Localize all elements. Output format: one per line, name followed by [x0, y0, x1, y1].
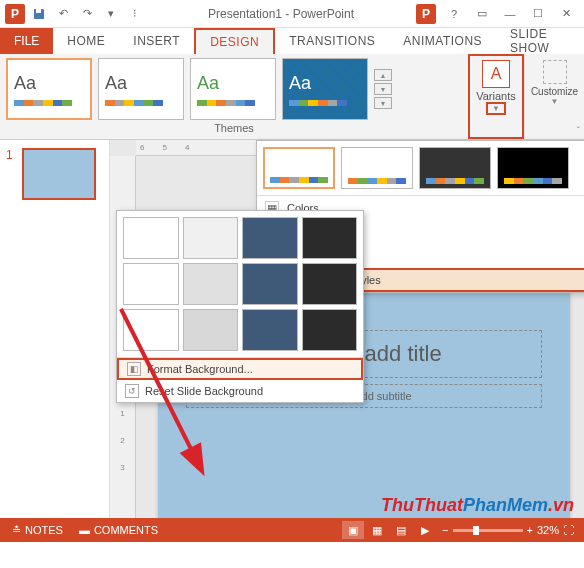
- ribbon-tabs: FILE HOME INSERT DESIGN TRANSITIONS ANIM…: [0, 28, 584, 54]
- maximize-button[interactable]: ☐: [526, 2, 550, 26]
- window-controls: ? ▭ — ☐ ✕: [442, 2, 584, 26]
- slide-thumbnail-panel: 1: [0, 140, 110, 532]
- notes-icon: ≛: [12, 524, 21, 537]
- zoom-out-button[interactable]: −: [442, 524, 448, 536]
- variant-4[interactable]: [497, 147, 569, 189]
- undo-button[interactable]: ↶: [52, 3, 74, 25]
- close-button[interactable]: ✕: [554, 2, 578, 26]
- format-bg-icon: ◧: [127, 362, 141, 376]
- themes-group: Aa Aa Aa Aa ▴ ▾ ▾ Themes: [0, 54, 468, 139]
- background-styles-flyout: ◧Format Background... ↺Reset Slide Backg…: [116, 210, 364, 403]
- background-swatch-grid: [117, 211, 363, 357]
- save-button[interactable]: [28, 3, 50, 25]
- minimize-button[interactable]: —: [498, 2, 522, 26]
- zoom-in-button[interactable]: +: [527, 524, 533, 536]
- zoom-slider[interactable]: [453, 529, 523, 532]
- slide-size-icon: [543, 60, 567, 84]
- tab-insert[interactable]: INSERT: [119, 28, 194, 54]
- tab-animations[interactable]: ANIMATIONS: [389, 28, 496, 54]
- bg-style-3[interactable]: [242, 217, 298, 259]
- bg-style-4[interactable]: [302, 217, 358, 259]
- themes-group-label: Themes: [6, 120, 462, 136]
- ribbon-options-button[interactable]: ▭: [470, 2, 494, 26]
- bg-style-8[interactable]: [302, 263, 358, 305]
- tab-slideshow[interactable]: SLIDE SHOW: [496, 28, 584, 54]
- bg-style-7[interactable]: [242, 263, 298, 305]
- reset-background-item[interactable]: ↺Reset Slide Background: [117, 380, 363, 402]
- theme-3[interactable]: Aa: [190, 58, 276, 120]
- themes-scroll-down[interactable]: ▾: [374, 83, 392, 95]
- title-bar: P ↶ ↷ ▾ ⁝ Presentation1 - PowerPoint P ?…: [0, 0, 584, 28]
- themes-scroll-up[interactable]: ▴: [374, 69, 392, 81]
- slide-thumbnail-1[interactable]: [22, 148, 96, 200]
- watermark: ThuThuatPhanMem.vn: [381, 495, 574, 516]
- status-bar: ≛NOTES ▬COMMENTS ▣ ▦ ▤ ▶ − + 32% ⛶: [0, 518, 584, 542]
- bg-style-10[interactable]: [183, 309, 239, 351]
- tab-home[interactable]: HOME: [53, 28, 119, 54]
- theme-office[interactable]: Aa: [6, 58, 92, 120]
- view-buttons: ▣ ▦ ▤ ▶: [342, 521, 436, 539]
- notes-button[interactable]: ≛NOTES: [4, 524, 71, 537]
- bg-style-5[interactable]: [123, 263, 179, 305]
- variant-2[interactable]: [341, 147, 413, 189]
- themes-gallery-controls: ▴ ▾ ▾: [374, 58, 392, 120]
- themes-more-button[interactable]: ▾: [374, 97, 392, 109]
- fit-to-window-button[interactable]: ⛶: [563, 524, 574, 536]
- variant-3[interactable]: [419, 147, 491, 189]
- normal-view-button[interactable]: ▣: [342, 521, 364, 539]
- variant-1[interactable]: [263, 147, 335, 189]
- help-button[interactable]: ?: [442, 2, 466, 26]
- reading-view-button[interactable]: ▤: [390, 521, 412, 539]
- variant-swatch-row: [257, 141, 584, 195]
- quick-access-toolbar: P ↶ ↷ ▾ ⁝: [0, 3, 146, 25]
- powerpoint-logo-icon: P: [416, 4, 436, 24]
- customize-label: Customize: [531, 86, 578, 97]
- format-background-item[interactable]: ◧Format Background...: [117, 358, 363, 380]
- tab-design[interactable]: DESIGN: [194, 28, 275, 54]
- variants-label: Variants: [476, 90, 516, 102]
- tab-transitions[interactable]: TRANSITIONS: [275, 28, 389, 54]
- start-from-beginning-button[interactable]: ▾: [100, 3, 122, 25]
- ribbon: Aa Aa Aa Aa ▴ ▾ ▾ Themes A Var: [0, 54, 584, 140]
- reset-bg-icon: ↺: [125, 384, 139, 398]
- bg-style-6[interactable]: [183, 263, 239, 305]
- bg-style-1[interactable]: [123, 217, 179, 259]
- variants-dropdown-icon[interactable]: ▼: [486, 102, 506, 115]
- bg-style-9[interactable]: [123, 309, 179, 351]
- comments-button[interactable]: ▬COMMENTS: [71, 524, 166, 536]
- bg-style-12[interactable]: [302, 309, 358, 351]
- svg-rect-0: [36, 9, 41, 13]
- variants-icon: A: [482, 60, 510, 88]
- edit-area: 1 654 321 Click to add title Click to ad…: [0, 140, 584, 532]
- variants-group[interactable]: A Variants ▼: [468, 54, 524, 139]
- collapse-ribbon-button[interactable]: ˇ: [577, 126, 580, 137]
- window-title: Presentation1 - PowerPoint: [146, 7, 416, 21]
- qat-customize-button[interactable]: ⁝: [124, 3, 146, 25]
- slideshow-view-button[interactable]: ▶: [414, 521, 436, 539]
- bg-style-11[interactable]: [242, 309, 298, 351]
- slide-number: 1: [6, 148, 13, 162]
- customize-group[interactable]: Customize ▼: [524, 54, 584, 139]
- background-menu: ◧Format Background... ↺Reset Slide Backg…: [117, 357, 363, 402]
- zoom-control: − + 32% ⛶: [436, 524, 580, 536]
- app-icon: P: [4, 3, 26, 25]
- theme-2[interactable]: Aa: [98, 58, 184, 120]
- sorter-view-button[interactable]: ▦: [366, 521, 388, 539]
- bg-style-2[interactable]: [183, 217, 239, 259]
- zoom-level[interactable]: 32%: [537, 524, 559, 536]
- comments-icon: ▬: [79, 524, 90, 536]
- theme-4[interactable]: Aa: [282, 58, 368, 120]
- redo-button[interactable]: ↷: [76, 3, 98, 25]
- slide-canvas-area: 654 321 Click to add title Click to add …: [110, 140, 584, 532]
- tab-file[interactable]: FILE: [0, 28, 53, 54]
